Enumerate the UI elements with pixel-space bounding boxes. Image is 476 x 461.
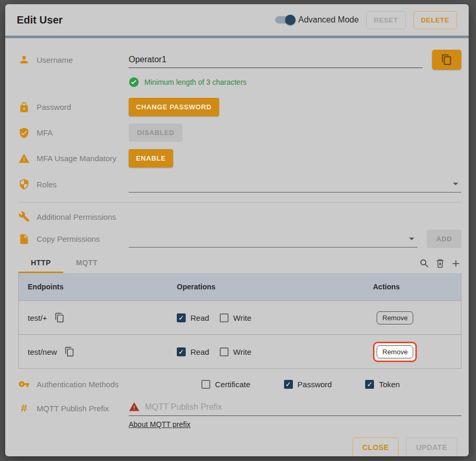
roles-label: Roles [37,180,56,189]
copy-permissions-select[interactable] [129,231,417,248]
username-label: Username [37,55,73,64]
close-button[interactable]: CLOSE [353,437,399,456]
update-button[interactable]: UPDATE [406,437,457,456]
certificate-checkbox[interactable]: ✓ Certificate [201,380,251,389]
permissions-tabs: HTTP MQTT [18,254,461,273]
header-divider [5,36,469,38]
shield-half-icon [18,178,30,190]
key-icon [18,378,30,390]
copy-username-button[interactable] [432,50,461,70]
search-icon[interactable] [418,257,430,269]
edit-user-dialog: Edit User Advanced Mode RESET DELETE Use… [5,4,469,456]
change-password-button[interactable]: CHANGE PASSWORD [129,98,219,116]
chevron-down-icon [409,238,414,240]
copy-icon[interactable] [54,312,65,323]
add-button[interactable]: ADD [427,230,461,248]
person-icon [18,54,30,65]
error-warning-icon [129,401,140,412]
endpoints-table: Endpoints Operations Actions test/+ ✓ Re… [18,273,461,369]
remove-button[interactable]: Remove [377,345,413,358]
copy-icon[interactable] [64,346,75,357]
warning-icon [18,153,30,164]
delete-all-icon[interactable] [434,257,446,269]
file-copy-icon [18,233,30,245]
advanced-mode-toggle[interactable] [275,16,294,24]
mqtt-prefix-input[interactable] [145,402,461,412]
page-title: Edit User [17,14,63,26]
endpoint-value: test/new [28,347,57,356]
auth-methods-label: Authentication Methods [37,380,119,389]
password-label: Password [37,103,71,111]
username-hint-text: Minimum length of 3 characters [144,78,246,86]
mfa-disabled-button[interactable]: DISABLED [129,123,183,142]
mqtt-prefix-label: MQTT Publish Prefix [37,404,109,413]
lock-icon [18,102,30,113]
mfa-label: MFA [37,128,53,137]
endpoint-value: test/+ [28,313,47,322]
col-operations: Operations [177,283,373,291]
toggle-thumb [285,15,296,25]
delete-button[interactable]: DELETE [413,11,457,29]
tab-mqtt[interactable]: MQTT [63,254,110,273]
write-checkbox[interactable]: ✓ Write [220,347,252,356]
username-hint: Minimum length of 3 characters [129,77,461,87]
wrench-icon [18,211,30,222]
check-circle-icon [129,77,139,87]
reset-button[interactable]: RESET [366,11,406,29]
copy-permissions-label: Copy Permissions [37,234,100,243]
read-checkbox[interactable]: ✓ Read [177,347,209,356]
section-divider [18,202,461,203]
additional-permissions-label: Additional Permissions [37,212,116,221]
mfa-mandatory-label: MFA Usage Mandatory [37,154,117,163]
toggle-track [275,16,294,24]
add-endpoint-icon[interactable] [450,257,461,269]
col-endpoints: Endpoints [19,283,177,291]
dialog-header: Edit User Advanced Mode RESET DELETE [5,4,469,36]
col-actions: Actions [373,283,461,291]
copy-icon [441,54,452,65]
mfa-enable-button[interactable]: ENABLE [129,149,173,167]
username-input[interactable] [129,55,423,64]
roles-input[interactable] [129,179,450,189]
token-checkbox[interactable]: ✓ Token [365,380,400,389]
table-row: test/+ ✓ Read ✓ Write [19,300,461,334]
highlight-ring: Remove [373,342,417,362]
shield-check-icon [18,127,30,139]
remove-button[interactable]: Remove [377,311,413,324]
write-checkbox[interactable]: ✓ Write [220,313,252,322]
roles-select[interactable] [129,176,461,193]
read-checkbox[interactable]: ✓ Read [177,313,209,322]
advanced-mode-label: Advanced Mode [298,15,359,25]
tab-http[interactable]: HTTP [18,254,63,273]
about-mqtt-prefix-link[interactable]: About MQTT prefix [129,420,190,429]
password-checkbox[interactable]: ✓ Password [284,380,332,389]
chevron-down-icon [453,183,458,185]
hash-icon: # [18,402,30,414]
copy-permissions-input[interactable] [129,234,406,243]
table-row: test/new ✓ Read ✓ Write [19,334,461,368]
table-header-row: Endpoints Operations Actions [19,273,461,300]
